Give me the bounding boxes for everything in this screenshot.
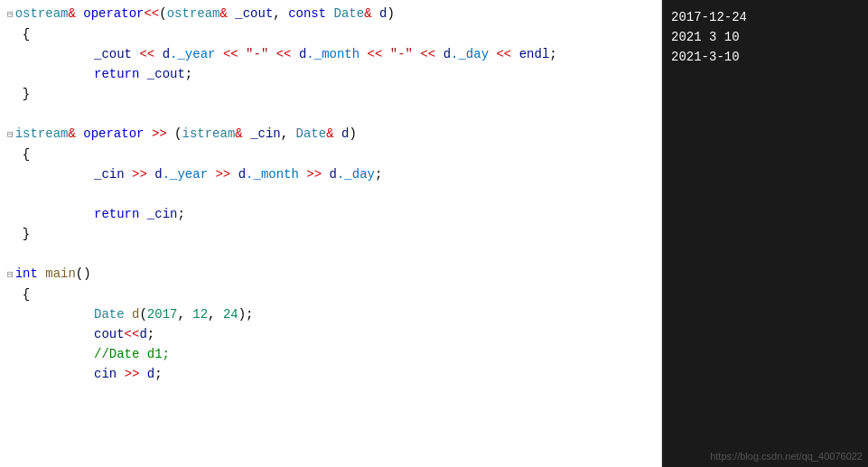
code-line: { — [0, 285, 661, 304]
fold-icon[interactable]: ⊟ — [7, 5, 14, 24]
code-line: } — [0, 224, 661, 244]
terminal-line: 2017-12-24 — [671, 7, 859, 27]
code-line — [0, 244, 661, 264]
terminal-panel: 2017-12-24 2021 3 10 2021-3-10 https://b… — [662, 0, 868, 467]
code-line: { — [0, 145, 661, 164]
code-line: ⊟ostream& operator<<(ostream& _cout, con… — [0, 4, 661, 24]
terminal-line: 2021 3 10 — [671, 27, 859, 47]
code-line: ⊟istream& operator >> (istream& _cin, Da… — [0, 124, 661, 145]
terminal-line: 2021-3-10 — [671, 47, 859, 67]
fold-icon[interactable]: ⊟ — [7, 125, 14, 145]
code-line: } — [0, 84, 661, 104]
code-line: cin >> d; — [0, 364, 661, 384]
code-panel: ⊟ostream& operator<<(ostream& _cout, con… — [0, 0, 662, 467]
code-line: return _cout; — [0, 64, 661, 84]
watermark: https://blog.csdn.net/qq_40076022 — [710, 451, 863, 462]
code-line: return _cin; — [0, 204, 661, 224]
code-line — [0, 104, 661, 124]
code-line: _cout << d._year << "-" << d._month << "… — [0, 44, 661, 64]
code-line: //Date d1; — [0, 344, 661, 364]
code-line: cout<<d; — [0, 324, 661, 344]
code-line: ⊟int main() — [0, 264, 661, 285]
code-line: { — [0, 24, 661, 44]
code-line — [0, 184, 661, 204]
code-line: Date d(2017, 12, 24); — [0, 304, 661, 324]
code-line: _cin >> d._year >> d._month >> d._day; — [0, 164, 661, 184]
fold-icon[interactable]: ⊟ — [7, 265, 14, 285]
